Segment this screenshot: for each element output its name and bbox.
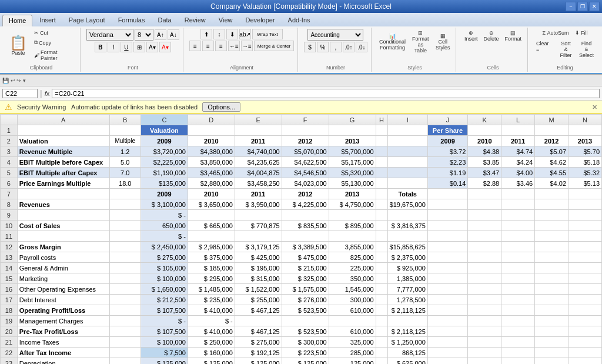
cell-A18[interactable]: Operating Profit/Loss (17, 305, 109, 316)
cell-F15[interactable]: $ 325,000 (282, 273, 329, 284)
cell-M8[interactable] (535, 199, 568, 210)
cell-A3[interactable]: Revenue Multiple (17, 146, 109, 157)
cell-D16[interactable]: $ 1,485,000 (188, 284, 235, 295)
cell-L15[interactable] (501, 273, 535, 284)
cell-I20[interactable]: $ 2,118,125 (387, 326, 427, 337)
cell-F19[interactable] (282, 316, 329, 326)
cell-N11[interactable] (568, 231, 602, 242)
cell-C10[interactable]: 650,000 (141, 221, 188, 231)
cell-H16[interactable] (376, 284, 387, 295)
cell-B6[interactable]: 18.0 (109, 178, 141, 189)
cell-C22[interactable]: $ 7,500 (141, 348, 188, 358)
cell-L4[interactable]: $4.24 (501, 157, 535, 168)
cell-M3[interactable]: $5.07 (535, 146, 568, 157)
cell-E12[interactable]: $ 3,179,125 (235, 242, 282, 252)
col-header-C[interactable]: C (141, 115, 188, 125)
tab-review[interactable]: Review (179, 15, 212, 26)
col-header-B[interactable]: B (109, 115, 141, 125)
cell-D23[interactable]: $ 125,000 (188, 358, 235, 365)
cell-G14[interactable]: 225,000 (329, 263, 376, 273)
align-middle-button[interactable]: ↕ (213, 29, 225, 39)
tab-developer[interactable]: Developer (239, 15, 280, 26)
cell-F13[interactable]: $ 475,000 (282, 252, 329, 263)
cell-J7[interactable] (427, 189, 468, 199)
cell-N2[interactable]: 2013 (568, 136, 602, 146)
cell-E23[interactable]: $ 125,000 (235, 358, 282, 365)
cell-M5[interactable]: $4.55 (535, 168, 568, 178)
cell-K10[interactable] (468, 221, 501, 231)
align-right-button[interactable]: ≡ (215, 41, 227, 51)
cell-E10[interactable]: $ 770,875 (235, 221, 282, 231)
cell-M17[interactable] (535, 295, 568, 305)
cut-button[interactable]: ✂ Cut (32, 29, 76, 37)
cell-I7[interactable]: Totals (387, 189, 427, 199)
cell-H15[interactable] (376, 273, 387, 284)
cell-G18[interactable]: 610,000 (329, 305, 376, 316)
cell-D5[interactable]: $3,465,000 (188, 168, 235, 178)
col-header-I[interactable]: I (387, 115, 427, 125)
cell-B11[interactable] (109, 231, 141, 242)
cell-D9[interactable] (188, 210, 235, 221)
cell-E3[interactable]: $4,740,000 (235, 146, 282, 157)
cell-D22[interactable]: $ 160,000 (188, 348, 235, 358)
cell-M14[interactable] (535, 263, 568, 273)
cell-G3[interactable]: $5,700,000 (329, 146, 376, 157)
cell-H3[interactable] (376, 146, 387, 157)
cell-K12[interactable] (468, 242, 501, 252)
cell-C6[interactable]: $135,000 (141, 178, 188, 189)
cell-M15[interactable] (535, 273, 568, 284)
cell-G5[interactable]: $5,320,000 (329, 168, 376, 178)
cell-I12[interactable]: $15,858,625 (387, 242, 427, 252)
cell-C5[interactable]: $1,190,000 (141, 168, 188, 178)
cell-K7[interactable] (468, 189, 501, 199)
cell-H6[interactable] (376, 178, 387, 189)
cell-L2[interactable]: 2011 (501, 136, 535, 146)
cell-L8[interactable] (501, 199, 535, 210)
cell-H23[interactable] (376, 358, 387, 365)
cell-K22[interactable] (468, 348, 501, 358)
cell-H21[interactable] (376, 337, 387, 348)
cell-I19[interactable] (387, 316, 427, 326)
cell-A19[interactable]: Management Charges (17, 316, 109, 326)
cell-F2[interactable]: 2012 (282, 136, 329, 146)
name-box[interactable]: C22 (2, 89, 38, 98)
cell-E9[interactable] (235, 210, 282, 221)
cell-H13[interactable] (376, 252, 387, 263)
cell-C8[interactable]: $ 3,100,000 (141, 199, 188, 210)
cell-I8[interactable]: $19,675,000 (387, 199, 427, 210)
align-center-button[interactable]: ≡ (202, 41, 214, 51)
cell-K11[interactable] (468, 231, 501, 242)
col-header-G[interactable]: G (329, 115, 376, 125)
cell-L23[interactable] (501, 358, 535, 365)
cell-N4[interactable]: $5.18 (568, 157, 602, 168)
cell-D21[interactable]: $ 250,000 (188, 337, 235, 348)
cell-I15[interactable]: 1,385,000 (387, 273, 427, 284)
cell-K9[interactable] (468, 210, 501, 221)
copy-button[interactable]: ⧉ Copy (32, 38, 76, 47)
cell-D1[interactable] (188, 125, 235, 136)
cell-G15[interactable]: 350,000 (329, 273, 376, 284)
align-top-button[interactable]: ⬆ (200, 29, 212, 39)
cell-M18[interactable] (535, 305, 568, 316)
cell-F10[interactable]: $ 835,500 (282, 221, 329, 231)
cell-F12[interactable]: $ 3,389,500 (282, 242, 329, 252)
cell-H8[interactable] (376, 199, 387, 210)
cell-B7[interactable] (109, 189, 141, 199)
cell-C18[interactable]: $ 107,500 (141, 305, 188, 316)
cell-N8[interactable] (568, 199, 602, 210)
cell-F1[interactable] (282, 125, 329, 136)
cell-N12[interactable] (568, 242, 602, 252)
cell-L22[interactable] (501, 348, 535, 358)
cell-H5[interactable] (376, 168, 387, 178)
cell-K14[interactable] (468, 263, 501, 273)
cell-N19[interactable] (568, 316, 602, 326)
cell-A1[interactable] (17, 125, 109, 136)
cell-J14[interactable] (427, 263, 468, 273)
wrap-text-button[interactable]: Wrap Text (252, 29, 283, 39)
col-header-D[interactable]: D (188, 115, 235, 125)
cell-K16[interactable] (468, 284, 501, 295)
cell-B3[interactable]: 1.2 (109, 146, 141, 157)
cell-H14[interactable] (376, 263, 387, 273)
cell-H22[interactable] (376, 348, 387, 358)
clear-button[interactable]: Clear = (534, 39, 555, 59)
